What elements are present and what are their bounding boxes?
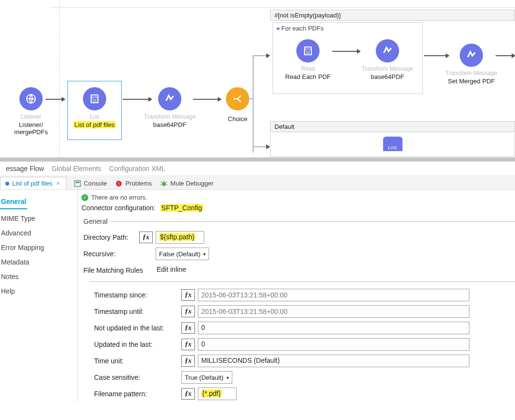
check-icon: ✓ — [81, 194, 88, 201]
node-label: base64PDF — [141, 121, 199, 128]
fx-button[interactable]: ƒx — [181, 339, 195, 350]
nav-advanced[interactable]: Advanced — [0, 226, 77, 240]
svg-text:SFTP: SFTP — [92, 96, 98, 99]
sftp-icon: SFTP — [83, 87, 106, 110]
tab-message-flow[interactable]: essage Flow — [6, 165, 44, 172]
fx-button[interactable]: ƒx — [181, 355, 195, 367]
node-label: Choice — [221, 115, 255, 123]
tab-config-xml[interactable]: Configuration XML — [109, 165, 165, 172]
svg-point-3 — [234, 98, 236, 100]
node-type: Transform Message — [354, 65, 421, 72]
flow-transform-2[interactable]: Transform Message Set Merged PDF — [437, 44, 505, 85]
case-select[interactable]: True (Default)▾ — [181, 371, 232, 384]
flow-listener[interactable]: Listener Listener/ mergePDFs — [7, 87, 55, 136]
arrow — [193, 99, 221, 100]
flow-read[interactable]: SFTP Read Read Each PDF — [279, 39, 337, 80]
node-type: Listener — [7, 113, 55, 120]
svg-point-4 — [240, 95, 241, 97]
h-scrollbar[interactable] — [0, 157, 515, 161]
svg-rect-9 — [76, 182, 80, 183]
node-type: Transform Message — [141, 113, 199, 120]
problems-icon: ! — [115, 180, 122, 187]
svg-point-5 — [240, 101, 241, 103]
dirpath-input[interactable]: ${sftp.path} — [156, 231, 204, 244]
node-label: Read Each PDF — [279, 73, 337, 80]
nav-mime[interactable]: MIME Type — [0, 211, 77, 226]
choice-branch-h — [246, 98, 254, 99]
tab-title: List of pdf files — [12, 180, 52, 187]
unit-input[interactable]: MILLISECONDS (Default) — [198, 355, 469, 367]
editor-tabs[interactable]: essage Flow Global Elements Configuratio… — [0, 161, 515, 175]
choice-default[interactable]: Default — [270, 121, 515, 132]
dot-icon — [5, 182, 9, 186]
properties-tab[interactable]: List of pdf files × — [0, 177, 66, 189]
flow-list[interactable]: SFTP List List of pdf files — [70, 87, 119, 128]
problems-tab[interactable]: ! Problems — [115, 180, 152, 187]
node-type: List — [70, 113, 119, 120]
globe-icon — [19, 87, 43, 110]
sftp-icon: SFTP — [296, 39, 320, 62]
ts-since-input[interactable] — [198, 289, 469, 301]
svg-rect-8 — [75, 181, 80, 187]
flow-transform-foreach[interactable]: Transform Message base64PDF — [354, 39, 421, 80]
chevron-down-icon: ▾ — [203, 251, 206, 257]
validation-status: ✓ There are no errors. — [78, 192, 515, 203]
collapse-icon[interactable] — [276, 28, 280, 30]
chevron-down-icon: ▾ — [226, 375, 229, 380]
ts-until-input[interactable] — [198, 305, 469, 318]
properties-nav: General MIME Type Advanced Error Mapping… — [0, 190, 78, 402]
flow-choice[interactable]: Choice — [221, 87, 255, 123]
fmr-mode[interactable]: Edit inline — [154, 264, 189, 277]
scope-header: For each PDFs — [273, 23, 422, 34]
pattern-label: Filename pattern: — [94, 390, 181, 398]
unit-label: Time unit: — [94, 357, 181, 365]
nav-help[interactable]: Help — [0, 284, 77, 298]
recursive-select[interactable]: False (Default)▾ — [156, 248, 209, 260]
nav-metadata[interactable]: Metadata — [0, 255, 77, 269]
nav-general[interactable]: General — [0, 195, 27, 209]
general-group: General Directory Path: ƒx ${sftp.path} … — [83, 218, 515, 402]
arrow — [253, 146, 270, 147]
nav-errormap[interactable]: Error Mapping — [0, 240, 77, 255]
arrow — [46, 99, 65, 100]
fx-button[interactable]: ƒx — [181, 388, 195, 400]
node-label: Listener/ mergePDFs — [7, 121, 55, 136]
console-tab[interactable]: Console — [74, 180, 107, 187]
matching-rules: Timestamp since: ƒx Timestamp until: ƒx … — [89, 281, 515, 402]
notupd-input[interactable]: 0 — [198, 322, 469, 334]
node-label: Set Merged PDF — [437, 78, 505, 85]
fx-button[interactable]: ƒx — [181, 322, 195, 334]
node-label: List of pdf files — [70, 121, 119, 128]
flow-transform-1[interactable]: Transform Message base64PDF — [141, 87, 199, 128]
arrow — [496, 55, 515, 56]
canvas-guide — [50, 7, 515, 8]
fmr-label: File Matching Rules — [83, 266, 154, 274]
logger-icon[interactable]: LOG — [383, 137, 402, 151]
choice-condition[interactable]: #[not isEmpty(payload)] — [270, 10, 515, 21]
upd-label: Updated in the last: — [94, 341, 181, 348]
svg-text:SFTP: SFTP — [305, 48, 311, 51]
arrow — [253, 55, 270, 56]
fx-button[interactable]: ƒx — [139, 232, 153, 243]
fx-button[interactable]: ƒx — [181, 306, 195, 317]
ts-until-label: Timestamp until: — [94, 308, 181, 315]
nav-notes[interactable]: Notes — [0, 269, 77, 284]
choice-branch-v — [253, 56, 254, 153]
flow-canvas[interactable]: Listener Listener/ mergePDFs SFTP List L… — [0, 0, 515, 157]
tab-global-elements[interactable]: Global Elements — [51, 165, 101, 172]
pattern-input[interactable]: {*.pdf} — [198, 388, 237, 400]
fx-button[interactable]: ƒx — [181, 289, 195, 301]
case-label: Case sensitive: — [94, 373, 181, 381]
node-type: Transform Message — [437, 70, 505, 77]
connector-cfg-value[interactable]: SFTP_Config — [161, 204, 203, 212]
recursive-label: Recursive: — [83, 250, 139, 258]
debugger-tab[interactable]: Mule Debugger — [161, 180, 213, 187]
upd-input[interactable]: 0 — [198, 338, 469, 351]
transform-icon — [158, 87, 181, 110]
views-tabbar: List of pdf files × Console ! Problems M… — [0, 175, 515, 190]
foreach-scope[interactable]: For each PDFs SFTP Read Read Each PDF Tr… — [273, 22, 423, 94]
close-icon[interactable]: × — [55, 180, 61, 187]
default-scope[interactable]: LOG — [270, 134, 515, 157]
svg-text:!: ! — [118, 181, 120, 186]
transform-icon — [460, 44, 483, 67]
